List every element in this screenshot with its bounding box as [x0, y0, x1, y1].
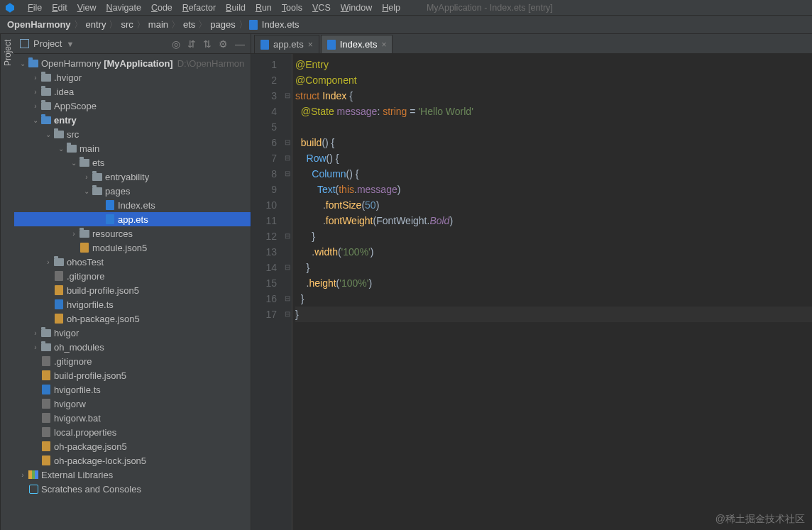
code-line[interactable]: Row() { — [295, 150, 812, 166]
breadcrumb-item[interactable]: entry — [84, 19, 108, 30]
tree-row[interactable]: ⌄main — [14, 141, 251, 155]
tree-row[interactable]: app.ets — [14, 212, 251, 226]
menu-refactor[interactable]: Refactor — [177, 3, 221, 13]
ts-file-icon — [42, 385, 50, 394]
breadcrumb-item[interactable]: OpenHarmony — [6, 19, 72, 30]
tree-arrow-icon[interactable]: › — [31, 329, 40, 337]
tree-row[interactable]: hvigorw — [14, 397, 251, 411]
project-tool-tab[interactable]: Project — [0, 34, 14, 530]
tree-arrow-icon[interactable]: ⌄ — [82, 187, 91, 195]
tree-row[interactable]: build-profile.json5 — [14, 368, 251, 382]
tree-row[interactable]: ›.idea — [14, 84, 251, 99]
code-line[interactable]: struct Index { — [295, 88, 812, 104]
breadcrumb-item[interactable]: Index.ets — [260, 19, 301, 30]
collapse-all-icon[interactable]: ⇅ — [203, 38, 212, 50]
menu-build[interactable]: Build — [221, 3, 251, 13]
code-line[interactable]: @State message: string = 'Hello World' — [295, 104, 812, 119]
code-line[interactable]: Column() { — [295, 166, 812, 182]
menu-file[interactable]: File — [23, 3, 47, 13]
tree-row[interactable]: ›AppScope — [14, 99, 251, 113]
tree-arrow-icon[interactable]: › — [44, 258, 53, 266]
menu-view[interactable]: View — [72, 3, 102, 13]
tree-row[interactable]: hvigorw.bat — [14, 411, 251, 425]
code-line[interactable] — [295, 119, 812, 135]
chevron-down-icon[interactable]: ▼ — [66, 40, 74, 48]
tree-row[interactable]: hvigorfile.ts — [14, 382, 251, 397]
tree-row[interactable]: oh-package-lock.json5 — [14, 453, 251, 468]
tree-arrow-icon[interactable]: ⌄ — [44, 131, 53, 138]
ts-file-icon — [55, 299, 63, 309]
tree-row[interactable]: local.properties — [14, 425, 251, 439]
tree-row[interactable]: ›External Libraries — [14, 468, 251, 482]
menu-vcs[interactable]: VCS — [307, 3, 336, 13]
breadcrumb-item[interactable]: pages — [209, 19, 236, 30]
editor-tab[interactable]: Index.ets× — [321, 35, 393, 53]
tree-row[interactable]: ⌄entry — [14, 113, 251, 127]
json-file-icon — [55, 314, 63, 324]
tree-arrow-icon[interactable]: › — [31, 74, 40, 82]
hide-icon[interactable]: — — [235, 38, 245, 50]
tree-row[interactable]: ⌄pages — [14, 184, 251, 198]
tree-arrow-icon[interactable]: › — [31, 88, 40, 96]
tree-row[interactable]: ›resources — [14, 226, 251, 241]
menu-window[interactable]: Window — [336, 3, 377, 13]
code-line[interactable]: build() { — [295, 135, 812, 150]
tree-row[interactable]: ⌄ets — [14, 155, 251, 170]
tree-row[interactable]: build-profile.json5 — [14, 283, 251, 297]
tree-row[interactable]: ›entryability — [14, 170, 251, 184]
tree-row[interactable]: ⌄OpenHarmony [MyApplication]D:\OpenHarmo… — [14, 56, 251, 70]
editor-tab[interactable]: app.ets× — [254, 35, 319, 53]
menu-code[interactable]: Code — [146, 3, 177, 13]
tree-row[interactable]: oh-package.json5 — [14, 311, 251, 326]
tree-arrow-icon[interactable]: › — [31, 102, 40, 110]
menu-run[interactable]: Run — [251, 3, 277, 13]
menu-help[interactable]: Help — [377, 3, 405, 13]
tree-arrow-icon[interactable]: › — [70, 230, 78, 238]
close-icon[interactable]: × — [381, 40, 386, 50]
code-line[interactable]: Text(this.message) — [295, 182, 812, 197]
breadcrumb-item[interactable]: ets — [182, 19, 197, 30]
tree-arrow-icon[interactable]: ⌄ — [57, 145, 65, 153]
code-line[interactable]: .width('100%') — [295, 244, 812, 260]
tree-row[interactable]: ›ohosTest — [14, 255, 251, 269]
menu-tools[interactable]: Tools — [277, 3, 307, 13]
breadcrumb-item[interactable]: main — [147, 19, 170, 30]
project-tree[interactable]: ⌄OpenHarmony [MyApplication]D:\OpenHarmo… — [14, 54, 251, 530]
tree-row[interactable]: ›.hvigor — [14, 70, 251, 84]
tree-label: src — [65, 129, 79, 140]
tree-arrow-icon[interactable]: › — [31, 343, 40, 351]
tree-arrow-icon[interactable]: › — [18, 471, 27, 479]
menu-navigate[interactable]: Navigate — [102, 3, 146, 13]
breadcrumb-separator: 〉 — [170, 18, 182, 31]
tree-row[interactable]: Scratches and Consoles — [14, 482, 251, 496]
tree-row[interactable]: ⌄src — [14, 127, 251, 141]
tree-arrow-icon[interactable]: ⌄ — [18, 60, 27, 67]
code-line[interactable]: } — [295, 260, 812, 275]
code-line[interactable]: } — [295, 228, 812, 244]
tree-row[interactable]: ›hvigor — [14, 326, 251, 340]
code-line[interactable]: .height('100%') — [295, 275, 812, 291]
tree-row[interactable]: Index.ets — [14, 198, 251, 212]
menu-edit[interactable]: Edit — [47, 3, 72, 13]
tree-row[interactable]: .gitignore — [14, 269, 251, 283]
tree-row[interactable]: hvigorfile.ts — [14, 297, 251, 311]
tree-arrow-icon[interactable]: › — [82, 173, 91, 181]
code-line[interactable]: @Component — [295, 72, 812, 88]
tree-row[interactable]: oh-package.json5 — [14, 439, 251, 453]
tree-arrow-icon[interactable]: ⌄ — [70, 159, 78, 167]
code-line[interactable]: } — [295, 291, 812, 307]
code-editor[interactable]: @Entry@Componentstruct Index { @State me… — [292, 54, 812, 530]
locate-icon[interactable]: ◎ — [172, 38, 180, 50]
code-line[interactable]: @Entry — [295, 57, 812, 72]
expand-all-icon[interactable]: ⇵ — [187, 38, 196, 50]
breadcrumb-item[interactable]: src — [119, 19, 134, 30]
code-line[interactable]: } — [295, 307, 812, 322]
close-icon[interactable]: × — [308, 40, 313, 50]
tree-row[interactable]: .gitignore — [14, 354, 251, 368]
gear-icon[interactable]: ⚙ — [219, 38, 228, 50]
tree-arrow-icon[interactable]: ⌄ — [31, 116, 40, 124]
code-line[interactable]: .fontSize(50) — [295, 197, 812, 213]
tree-row[interactable]: module.json5 — [14, 241, 251, 255]
code-line[interactable]: .fontWeight(FontWeight.Bold) — [295, 213, 812, 228]
tree-row[interactable]: ›oh_modules — [14, 340, 251, 354]
